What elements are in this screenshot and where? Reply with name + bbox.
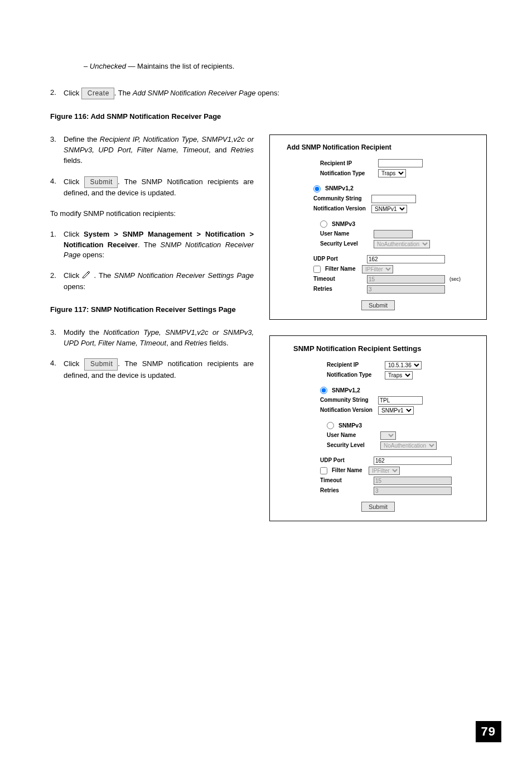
figure-caption: Figure 117: SNMP Notification Receiver S… — [50, 305, 254, 315]
filter-checkbox[interactable] — [320, 467, 327, 474]
timeout-label: Timeout — [320, 477, 371, 485]
filter-checkbox[interactable] — [313, 266, 321, 273]
list-number: 3. — [50, 134, 64, 166]
retries-input — [374, 487, 452, 495]
community-input[interactable] — [378, 396, 423, 405]
panel-submit-button[interactable]: Submit — [361, 502, 395, 512]
udp-input[interactable] — [367, 255, 445, 263]
udp-label: UDP Port — [320, 457, 371, 465]
snmpv12-label: SNMPv1,2 — [332, 386, 360, 395]
snmpv12-label: SNMPv1,2 — [325, 184, 354, 193]
body-text: – Unchecked — Maintains the list of reci… — [84, 61, 487, 72]
notif-type-label: Notification Type — [327, 371, 383, 380]
timeout-label: Timeout — [313, 275, 365, 284]
panel-title: SNMP Notification Recipient Settings — [293, 344, 463, 354]
sec-level-select: NoAuthentication — [380, 441, 437, 450]
submit-button[interactable]: Submit — [84, 358, 118, 370]
community-input[interactable] — [371, 195, 416, 203]
recipient-ip-label: Recipient IP — [320, 160, 376, 168]
filter-select: IPFilter — [362, 265, 393, 273]
notif-ver-label: Notification Version — [320, 406, 376, 415]
snmpv3-radio[interactable] — [327, 422, 334, 429]
figure-caption: Figure 116: Add SNMP Notification Receiv… — [50, 112, 487, 122]
udp-input[interactable] — [374, 457, 452, 465]
panel-submit-button[interactable]: Submit — [361, 300, 395, 310]
list-number: 1. — [50, 229, 64, 261]
list-number: 4. — [50, 358, 64, 381]
panel-title: Add SNMP Notification Recipient — [287, 143, 470, 152]
add-snmp-panel: Add SNMP Notification Recipient Recipien… — [269, 134, 487, 320]
notif-type-select[interactable]: Traps — [378, 169, 406, 177]
filter-select: IPFilter — [369, 467, 400, 475]
snmpv12-radio[interactable] — [320, 387, 327, 394]
list-number: 2. — [50, 88, 64, 99]
snmpv12-radio[interactable] — [313, 185, 321, 193]
timeout-input — [367, 275, 445, 284]
notif-type-label: Notification Type — [320, 170, 376, 178]
community-label: Community String — [313, 195, 369, 203]
recipient-ip-select[interactable]: 10.5.1.36 — [385, 361, 422, 369]
list-number: 2. — [50, 271, 64, 292]
sec-level-label: Security Level — [327, 441, 378, 450]
notif-type-select[interactable]: Traps — [385, 371, 413, 380]
retries-label: Retries — [320, 487, 371, 495]
sec-level-label: Security Level — [320, 240, 371, 248]
notif-ver-select[interactable]: SNMPv1 — [378, 406, 414, 415]
recipient-ip-input[interactable] — [378, 159, 423, 167]
body-text: To modify SNMP notification recipients: — [50, 209, 254, 219]
snmpv3-radio[interactable] — [320, 220, 327, 228]
instruction-list: 2. Click Create. The Add SNMP Notificati… — [50, 88, 487, 99]
retries-input — [367, 285, 445, 294]
snmpv3-label: SNMPv3 — [338, 421, 362, 430]
instruction-list: 3. Modify the Notification Type, SNMPV1,… — [50, 328, 254, 381]
community-label: Community String — [320, 396, 376, 405]
timeout-input — [374, 477, 452, 485]
page-number: 79 — [476, 721, 501, 742]
snmp-settings-panel: SNMP Notification Recipient Settings Rec… — [269, 335, 487, 521]
notif-ver-select[interactable]: SNMPv1 — [371, 205, 407, 213]
instruction-list: 1. Click System > SNMP Management > Noti… — [50, 229, 254, 292]
filter-label: Filter Name — [332, 467, 366, 475]
username-label: User Name — [320, 230, 371, 238]
create-button[interactable]: Create — [81, 88, 114, 99]
edit-icon[interactable] — [82, 271, 91, 282]
username-input — [374, 230, 413, 238]
list-number: 3. — [50, 328, 64, 349]
username-select — [380, 431, 396, 440]
filter-label: Filter Name — [325, 265, 360, 273]
recipient-ip-label: Recipient IP — [327, 361, 383, 369]
notif-ver-label: Notification Version — [313, 205, 369, 213]
snmpv3-label: SNMPv3 — [332, 220, 355, 228]
sec-level-select: NoAuthentication — [374, 240, 430, 248]
sec-unit: (sec) — [449, 276, 461, 283]
retries-label: Retries — [313, 285, 365, 294]
submit-button[interactable]: Submit — [84, 176, 118, 188]
instruction-list: 3. Define the Recipient IP, Notification… — [50, 134, 254, 199]
username-label: User Name — [327, 431, 378, 440]
list-number: 4. — [50, 176, 64, 199]
udp-label: UDP Port — [313, 255, 365, 263]
